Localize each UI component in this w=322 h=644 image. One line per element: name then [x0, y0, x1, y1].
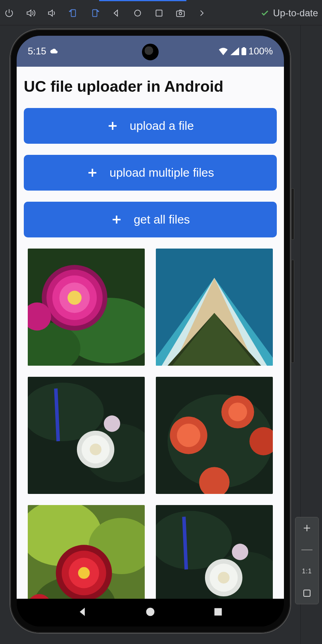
svg-rect-3 — [156, 10, 162, 16]
svg-rect-1 — [93, 10, 97, 16]
check-icon — [261, 9, 269, 17]
button-label: upload a file — [130, 119, 194, 133]
status-time: 5:15 — [28, 46, 46, 57]
ide-toolbar: Up-to-date — [0, 0, 322, 25]
svg-point-2 — [134, 10, 140, 16]
phone-side-button — [291, 260, 294, 363]
sync-status: Up-to-date — [261, 8, 318, 19]
svg-rect-6 — [242, 48, 246, 55]
svg-point-5 — [179, 12, 182, 15]
phone-frame: 5:15 100% UC file uploader in Android up… — [10, 29, 290, 633]
svg-point-29 — [90, 443, 102, 455]
phone-side-button — [291, 188, 294, 240]
image-thumbnail — [156, 249, 273, 366]
image-thumbnail — [156, 377, 273, 494]
svg-line-51 — [184, 517, 186, 570]
status-battery: 100% — [249, 46, 273, 57]
upload-multiple-button[interactable]: upload multiple files — [24, 155, 277, 191]
emulator-zoom-panel: 1:1 — [295, 517, 319, 604]
android-overview-button[interactable] — [213, 606, 224, 619]
file-grid — [24, 249, 277, 599]
more-icon[interactable] — [197, 8, 207, 18]
cloud-icon — [50, 48, 58, 54]
emulator-stage: 5:15 100% UC file uploader in Android up… — [0, 25, 300, 644]
upload-single-button[interactable]: upload a file — [24, 108, 277, 144]
signal-icon — [230, 47, 239, 55]
file-tile[interactable] — [28, 505, 145, 599]
button-label: get all files — [134, 213, 190, 226]
zoom-ratio-button[interactable]: 1:1 — [295, 561, 318, 582]
image-thumbnail — [28, 377, 145, 494]
image-thumbnail — [28, 249, 145, 366]
svg-rect-0 — [71, 10, 76, 16]
svg-rect-4 — [176, 11, 184, 17]
sync-status-text: Up-to-date — [273, 8, 318, 19]
zoom-fit-button[interactable] — [295, 582, 318, 604]
svg-rect-57 — [215, 608, 222, 616]
get-all-files-button[interactable]: get all files — [24, 202, 277, 237]
page-title: UC file uploader in Android — [24, 78, 277, 95]
svg-rect-58 — [304, 590, 310, 596]
svg-point-55 — [232, 544, 248, 560]
android-home-button[interactable] — [145, 606, 156, 619]
svg-point-15 — [67, 291, 81, 305]
rotate-right-icon[interactable] — [90, 8, 100, 18]
svg-point-54 — [218, 572, 230, 584]
zoom-in-button[interactable] — [295, 517, 318, 539]
image-thumbnail — [156, 505, 273, 599]
svg-point-46 — [78, 567, 90, 579]
file-tile[interactable] — [156, 249, 273, 366]
wifi-icon — [218, 47, 228, 55]
svg-point-34 — [177, 424, 200, 447]
svg-line-26 — [56, 389, 58, 442]
zoom-ratio-label: 1:1 — [302, 568, 312, 575]
battery-icon — [242, 47, 246, 55]
app-content: UC file uploader in Android upload a fil… — [17, 67, 284, 599]
plus-icon — [107, 120, 119, 132]
svg-point-56 — [146, 608, 154, 616]
svg-point-30 — [104, 415, 120, 432]
phone-screen: 5:15 100% UC file uploader in Android up… — [17, 36, 284, 627]
plus-icon — [111, 214, 123, 226]
file-tile[interactable] — [156, 377, 273, 494]
android-status-bar: 5:15 100% — [17, 36, 284, 67]
front-camera — [142, 44, 159, 60]
file-tile[interactable] — [28, 377, 145, 494]
image-thumbnail — [28, 505, 145, 599]
android-nav-bar — [17, 599, 284, 627]
plus-icon — [86, 167, 98, 179]
nav-home-icon[interactable] — [132, 8, 143, 18]
rotate-left-icon[interactable] — [68, 8, 79, 18]
file-tile[interactable] — [28, 249, 145, 366]
android-back-button[interactable] — [77, 606, 88, 619]
volume-down-icon[interactable] — [47, 8, 57, 18]
svg-rect-7 — [243, 47, 245, 48]
volume-up-icon[interactable] — [25, 8, 36, 18]
screenshot-icon[interactable] — [175, 8, 186, 18]
nav-back-icon[interactable] — [111, 8, 121, 18]
power-icon[interactable] — [4, 8, 14, 18]
svg-point-36 — [228, 403, 247, 421]
button-label: upload multiple files — [109, 166, 214, 179]
zoom-out-button[interactable] — [295, 539, 318, 561]
file-tile[interactable] — [156, 505, 273, 599]
nav-overview-icon[interactable] — [154, 8, 164, 18]
